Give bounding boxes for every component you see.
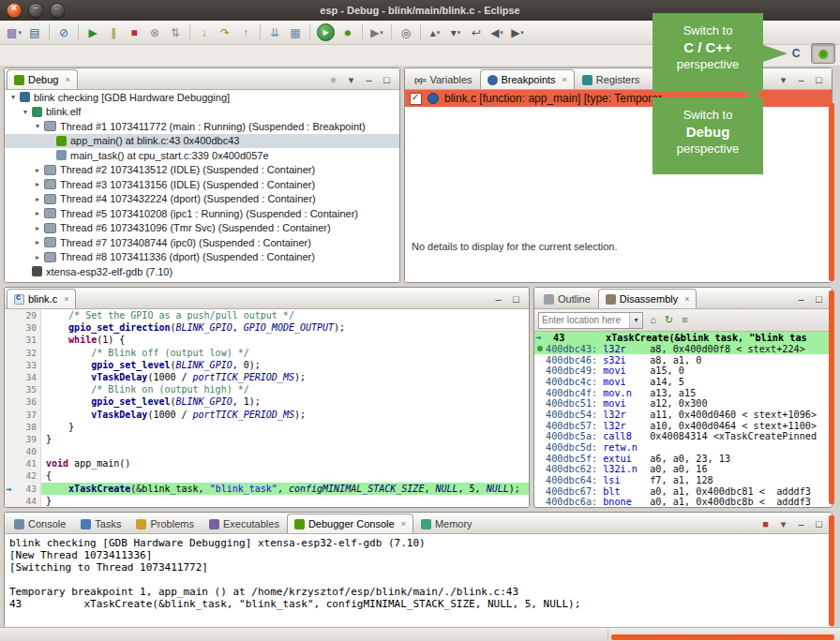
skip-all-breakpoints-icon[interactable]: ⊘ [54,23,73,42]
horizontal-scrollbar[interactable] [611,634,834,640]
tab-breakpoints[interactable]: Breakpoints× [480,69,575,89]
collapse-icon[interactable]: ▾ [32,122,43,130]
line-number: 31 [16,334,41,346]
minimize-window-button[interactable] [28,3,43,18]
maximize-window-button[interactable] [50,3,65,18]
tab-disassembly[interactable]: Disassembly× [598,289,698,308]
drop-to-frame-icon[interactable]: ⇊ [265,23,284,42]
debug-tree-item[interactable]: ▾blink checking [GDB Hardware Debugging] [5,90,399,105]
maximize-icon[interactable]: □ [813,519,825,529]
tab-outline[interactable]: Outline [536,289,598,308]
expand-icon[interactable]: ▸ [32,166,43,174]
expand-icon[interactable]: ▸ [32,209,43,217]
save-icon[interactable]: ▤ [25,23,44,42]
close-tab-icon[interactable]: × [65,75,69,84]
disconnect-icon[interactable]: ⇅ [166,23,185,42]
new-wizard-icon[interactable]: ▩ [5,23,23,42]
collapse-icon[interactable]: ▾ [8,93,19,101]
location-input[interactable] [539,315,629,325]
instruction-stepping-icon[interactable]: ▦ [286,23,305,42]
tab-memory[interactable]: Memory [413,514,480,533]
debug-tree-item[interactable]: ▸Thread #7 1073408744 (ipc0) (Suspended … [5,235,399,250]
console-menu-icon[interactable]: ▾ [777,519,789,529]
vertical-scrollbar[interactable] [829,103,834,281]
minimize-icon[interactable]: – [795,294,807,305]
previous-annotation-icon[interactable]: ▴ [426,23,444,42]
minimize-icon[interactable]: – [363,75,375,85]
next-annotation-icon[interactable]: ▾ [446,23,465,42]
debug-tree-item[interactable]: ▸Thread #3 1073413156 (IDLE) (Suspended … [5,177,399,192]
expand-icon[interactable]: ▸ [32,238,43,246]
breakpoint-row[interactable]: blink.c [function: app_main] [type: Temp… [405,90,832,107]
vertical-scrollbar[interactable] [829,515,834,626]
disassembly-listing[interactable]: 43xTaskCreate(&blink_task, "blink_tas400… [534,332,832,507]
minimize-icon[interactable]: – [492,294,504,305]
debug-tree-item[interactable]: app_main() at blink.c:43 0x400dbc43 [5,134,399,149]
close-window-button[interactable] [7,3,22,18]
tab-debug[interactable]: Debug× [7,69,78,89]
view-menu-icon[interactable]: ▾ [345,75,357,85]
location-dropdown-icon[interactable] [629,313,642,328]
view-menu-icon[interactable]: ▾ [777,75,789,85]
search-icon[interactable]: ◎ [397,23,415,42]
maximize-icon[interactable]: □ [813,294,825,305]
close-tab-icon[interactable]: × [64,294,68,304]
last-edit-location-icon[interactable]: ↩ [467,23,486,42]
maximize-icon[interactable]: □ [813,75,825,85]
debug-tree-item[interactable]: ▸Thread #4 1073432224 (dport) (Suspended… [5,192,399,207]
tab-registers[interactable]: Registers [575,69,647,89]
expand-icon[interactable]: ▸ [32,180,43,188]
collapse-icon[interactable]: ▾ [20,108,31,116]
show-source-icon[interactable]: ≡ [679,315,691,325]
step-into-icon[interactable]: ↓ [195,23,214,42]
step-return-icon[interactable]: ↑ [236,23,255,42]
debug-tree-item[interactable]: ▾Thread #1 1073411772 (main : Running) (… [5,119,399,134]
home-icon[interactable]: ⌂ [647,315,659,325]
kill-all-icon[interactable]: ⊗ [145,23,164,42]
breakpoint-checkbox[interactable] [410,93,422,105]
tab-problems[interactable]: Problems [128,514,201,533]
refresh-icon[interactable]: ↻ [663,315,675,325]
debug-tree-item[interactable]: main_task() at cpu_start.c:339 0x400d057… [5,148,399,163]
minimize-icon[interactable]: – [795,519,807,529]
forward-icon[interactable]: ▶ [508,23,527,42]
external-tools-icon[interactable]: ▶ [368,23,386,42]
step-over-icon[interactable]: ↷ [216,23,234,42]
resume-icon[interactable]: ▶ [83,23,102,42]
debug-icon[interactable]: ● [338,23,357,42]
expand-icon[interactable]: ▸ [32,224,43,232]
close-tab-icon[interactable]: × [684,294,689,304]
terminate-icon[interactable]: ■ [759,519,772,529]
tab-console[interactable]: Console [7,514,73,533]
icon-glyph: ⇅ [171,27,180,38]
maximize-icon[interactable]: □ [510,294,522,305]
remove-all-terminated-icon[interactable]: ∗ [327,75,339,85]
tab-executables[interactable]: Executables [202,514,287,533]
debug-tree-item[interactable]: ▸Thread #2 1073413512 (IDLE) (Suspended … [5,163,399,178]
debug-tree-item[interactable]: ▾blink.elf [5,105,399,120]
code-editor[interactable]: 29 /* Set the GPIO as a push/pull output… [5,309,529,507]
close-tab-icon[interactable]: × [401,519,406,529]
console-output[interactable]: blink checking [GDB Hardware Debugging] … [5,534,832,627]
debug-tree[interactable]: ▾blink checking [GDB Hardware Debugging]… [5,90,399,282]
debug-tree-item[interactable]: xtensa-esp32-elf-gdb (7.10) [5,264,399,279]
vertical-scrollbar[interactable] [829,291,834,504]
close-tab-icon[interactable]: × [562,75,567,84]
minimize-icon[interactable]: – [795,75,807,85]
tab-blink-c[interactable]: blink.c× [7,289,76,308]
expand-icon[interactable]: ▸ [32,253,43,261]
callout-switch-cpp-perspective: Switch to C / C++ perspective [652,13,763,92]
debug-tree-item[interactable]: ▸Thread #5 1073410208 (ipc1 : Running) (… [5,206,399,221]
tab-variables[interactable]: (x)=Variables [407,69,480,89]
debug-tree-item[interactable]: ▸Thread #8 1073411336 (dport) (Suspended… [5,250,399,265]
suspend-icon[interactable]: ∥ [104,23,123,42]
maximize-icon[interactable]: □ [381,75,393,85]
terminate-icon[interactable]: ■ [125,23,143,42]
debug-tree-item[interactable]: ▸Thread #6 1073431096 (Tmr Svc) (Suspend… [5,221,399,236]
expand-icon[interactable]: ▸ [32,195,43,203]
back-icon[interactable]: ◀ [488,23,506,42]
run-icon[interactable]: ▶ [317,23,335,41]
tab-tasks[interactable]: Tasks [73,514,128,533]
tab-debugger-console[interactable]: Debugger Console× [287,514,413,533]
debug-perspective-button[interactable]: ◉ [811,43,835,64]
